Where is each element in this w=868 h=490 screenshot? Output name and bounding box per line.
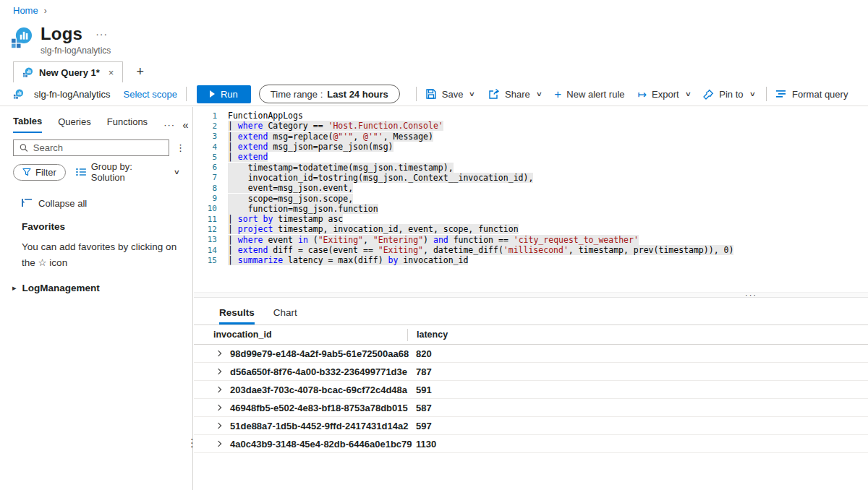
table-row[interactable]: 51de88a7-1d5b-4452-9ffd-2417431d14a2597 (194, 417, 868, 435)
cell-invocation-id: 98d99e79-e148-4a2f-9ab5-61e72500aa68 (230, 348, 416, 359)
search-row: ⋮ (13, 139, 185, 156)
cell-invocation-id: 203dae3f-703c-4078-bcac-69cf72c4d48a (230, 384, 416, 395)
table-row[interactable]: d56a650f-8f76-4a00-b332-236499771d3e787 (194, 363, 868, 381)
code-line[interactable]: 5| extend (194, 152, 868, 162)
collapse-all-button[interactable]: Collapse all (22, 198, 192, 209)
line-number: 8 (194, 184, 217, 193)
close-tab-icon[interactable]: × (109, 67, 114, 78)
table-row[interactable]: 4a0c43b9-3148-45e4-82db-6446a0e1bc791130 (194, 435, 868, 453)
tab-queries[interactable]: Queries (58, 116, 91, 132)
expand-row-icon[interactable] (216, 386, 223, 393)
format-query-label: Format query (792, 89, 848, 100)
scope-name: slg-fn-logAnalytics (34, 89, 111, 100)
query-tabstrip: New Query 1* × + (13, 61, 147, 82)
share-button[interactable]: Share ∨ (488, 88, 541, 100)
filter-button[interactable]: Filter (13, 164, 66, 181)
run-button[interactable]: Run (197, 85, 251, 103)
title-more-button[interactable]: ··· (95, 28, 108, 40)
group-by-label: Group by: Solution (91, 161, 169, 183)
expand-row-icon[interactable] (216, 422, 223, 429)
pin-to-button[interactable]: Pin to ∨ (703, 89, 754, 100)
code-line[interactable]: 8 event=msg_json.event, (194, 183, 868, 193)
chevron-down-icon: ∨ (469, 90, 475, 98)
code-line[interactable]: 9 scope=msg_json.scope, (194, 193, 868, 203)
save-button[interactable]: Save ∨ (425, 88, 475, 100)
tab-new-query-1[interactable]: New Query 1* × (13, 61, 123, 82)
new-alert-rule-button[interactable]: + New alert rule (554, 88, 624, 100)
code-line[interactable]: 3| extend msg=replace(@"'", @'"', Messag… (194, 132, 868, 142)
table-row[interactable]: 203dae3f-703c-4078-bcac-69cf72c4d48a591 (194, 381, 868, 399)
tab-chart[interactable]: Chart (273, 307, 297, 324)
column-header-latency[interactable]: latency (407, 329, 448, 341)
tab-results[interactable]: Results (219, 307, 255, 324)
run-label: Run (221, 89, 238, 100)
workspace-subtitle: slg-fn-logAnalytics (41, 46, 111, 56)
editor-results-splitter[interactable]: ··· (194, 292, 868, 298)
code-line[interactable]: 12| project timestamp, invocation_id, ev… (194, 224, 868, 234)
code-line[interactable]: 6 timestamp=todatetime(msg_json.timestam… (194, 162, 868, 172)
expand-row-icon[interactable] (216, 368, 223, 375)
export-button[interactable]: ↦ Export ∨ (638, 89, 691, 100)
time-range-label: Time range : (271, 89, 323, 100)
code-line[interactable]: 2| where Category == 'Host.Function.Cons… (194, 121, 868, 131)
page-header: Logs ··· slg-fn-logAnalytics (10, 24, 111, 56)
search-kebab-icon[interactable]: ⋮ (176, 142, 185, 153)
column-header-invocation-id[interactable]: invocation_id (213, 330, 407, 340)
share-icon (488, 88, 500, 100)
caret-right-icon: ▸ (12, 283, 17, 293)
new-tab-button[interactable]: + (133, 64, 147, 82)
scope-indicator: slg-fn-logAnalytics (13, 89, 111, 100)
code-line[interactable]: 10 function=msg_json.function (194, 204, 868, 214)
cell-latency: 787 (416, 366, 432, 377)
table-row[interactable]: 98d99e79-e148-4a2f-9ab5-61e72500aa68820 (194, 345, 868, 363)
schema-sidebar: Tables Queries Functions ··· « ⋮ (0, 107, 193, 490)
breadcrumb-home-link[interactable]: Home (13, 5, 38, 16)
time-range-picker[interactable]: Time range : Last 24 hours (259, 85, 400, 103)
sidebar-more-button[interactable]: ··· (163, 119, 175, 130)
line-number: 12 (194, 225, 217, 234)
expand-row-icon[interactable] (216, 440, 223, 447)
code-line[interactable]: 15| summarize latency = max(diff) by inv… (194, 255, 868, 265)
code-line[interactable]: 13| where event in ("Exiting", "Entering… (194, 235, 868, 245)
expand-row-icon[interactable] (216, 350, 223, 357)
query-editor[interactable]: 1FunctionAppLogs2| where Category == 'Ho… (194, 107, 868, 292)
code-line[interactable]: 11| sort by timestamp asc (194, 214, 868, 224)
line-number: 5 (194, 152, 217, 162)
cell-invocation-id: 46948fb5-e502-4e83-bf18-8753a78db015 (230, 403, 416, 413)
expand-row-icon[interactable] (216, 404, 223, 411)
favorites-hint: You can add favorites by clicking on the… (22, 239, 187, 271)
tab-functions[interactable]: Functions (107, 116, 148, 132)
cell-latency: 597 (416, 421, 432, 431)
code-line[interactable]: 7 invocation_id=tostring(msg_json._Conte… (194, 173, 868, 183)
filter-icon (22, 168, 31, 176)
line-number: 9 (194, 194, 217, 203)
chevron-down-icon: ∨ (684, 90, 691, 98)
line-number: 15 (194, 256, 217, 265)
query-toolbar: slg-fn-logAnalytics Select scope Run Tim… (0, 82, 868, 106)
collapse-sidebar-icon[interactable]: « (182, 119, 188, 131)
code-text: | extend msg_json=parse_json(msg) (228, 142, 393, 152)
format-query-button[interactable]: Format query (775, 89, 848, 100)
group-by-selector[interactable]: Group by: Solution ∨ (76, 161, 179, 183)
line-number: 14 (194, 246, 217, 255)
line-number: 11 (194, 215, 217, 224)
format-query-icon (775, 89, 787, 99)
sidebar-item-logmanagement[interactable]: ▸ LogManagement (12, 283, 192, 293)
logs-icon (13, 89, 24, 100)
code-line[interactable]: 14| extend diff = case(event == "Exiting… (194, 245, 868, 255)
new-alert-rule-label: New alert rule (566, 89, 624, 100)
table-row[interactable]: 46948fb5-e502-4e83-bf18-8753a78db015587 (194, 399, 868, 417)
cell-invocation-id: 4a0c43b9-3148-45e4-82db-6446a0e1bc79 (230, 439, 416, 450)
search-box[interactable] (13, 139, 169, 156)
code-text: function=msg_json.function (228, 204, 378, 214)
results-tabs: Results Chart (194, 298, 868, 325)
tab-tables[interactable]: Tables (13, 116, 42, 133)
code-text: | project timestamp, invocation_id, even… (228, 224, 519, 234)
cell-latency: 820 (416, 348, 432, 359)
code-line[interactable]: 1FunctionAppLogs (194, 111, 868, 121)
share-label: Share (505, 89, 530, 100)
code-line[interactable]: 4| extend msg_json=parse_json(msg) (194, 142, 868, 152)
search-input[interactable] (33, 142, 163, 153)
toolbar-separator (766, 87, 767, 101)
select-scope-link[interactable]: Select scope (124, 89, 177, 100)
